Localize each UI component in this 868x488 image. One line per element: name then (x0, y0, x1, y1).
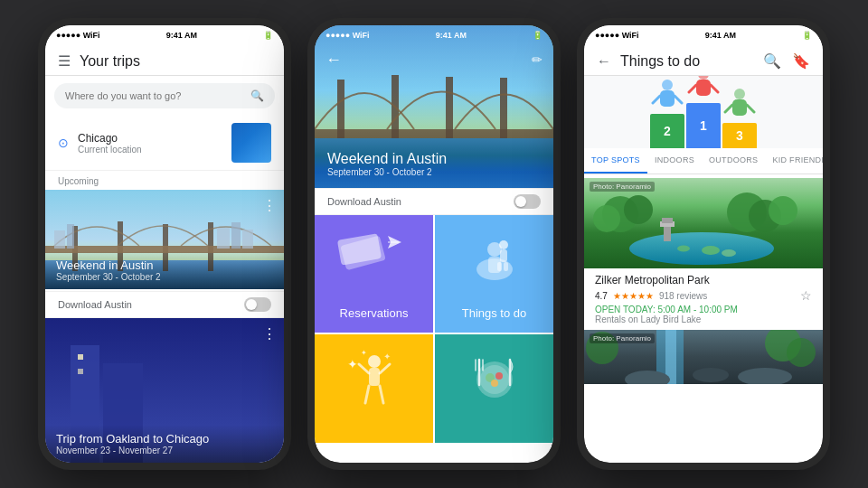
svg-rect-8 (67, 224, 74, 249)
ranking-visual: 2 1 (584, 76, 823, 148)
location-item[interactable]: ⊙ Chicago Current location (45, 116, 284, 171)
location-sub: Current location (78, 145, 222, 155)
search-icon-3[interactable]: 🔍 (763, 52, 781, 70)
svg-line-66 (711, 85, 718, 92)
svg-rect-23 (78, 369, 83, 374)
location-pin-icon: ⊙ (58, 136, 69, 150)
search-input[interactable] (65, 90, 243, 101)
yellow-card-illustration: ✦ ✦ ✦ (334, 342, 415, 414)
phone-2-screen: ●●●●● WiFi 9:41 AM 🔋 (315, 25, 553, 463)
location-name: Chicago (78, 132, 222, 145)
svg-text:✦: ✦ (383, 352, 391, 361)
filter-tab-top-spots[interactable]: TOP SPOTS (584, 148, 647, 174)
svg-point-58 (491, 380, 498, 387)
search-bar[interactable]: 🔍 (54, 83, 275, 108)
svg-text:✦: ✦ (361, 349, 367, 357)
svg-point-72 (629, 232, 774, 265)
page-title-1: Your trips (80, 53, 140, 70)
zilker-name: Zilker Metropolitan Park (595, 274, 710, 286)
open-hours: OPEN TODAY: 5:00 AM - 10:00 PM (595, 305, 812, 314)
svg-rect-9 (217, 228, 230, 249)
reservations-card[interactable]: Reservations (315, 215, 433, 333)
bookmark-icon[interactable]: 🔖 (792, 52, 810, 70)
status-bar-3: ●●●●● WiFi 9:41 AM 🔋 (584, 25, 823, 45)
person-3-svg (723, 87, 756, 123)
svg-point-89 (693, 368, 729, 382)
svg-point-57 (495, 372, 503, 380)
podium-person-3: 3 (722, 87, 757, 148)
trip-card-chicago[interactable]: Trip from Oakland to Chicago November 23… (45, 318, 284, 463)
food-illustration (454, 342, 535, 414)
status-time-2: 9:41 AM (436, 31, 467, 40)
svg-point-79 (702, 246, 720, 255)
food-card[interactable] (435, 334, 553, 443)
zilker-scene-svg (584, 178, 823, 268)
svg-line-61 (653, 96, 660, 103)
phone2-trip-title: Weekend in Austin (327, 151, 447, 167)
reservations-illustration (334, 222, 415, 295)
podium-container: 2 1 (602, 83, 805, 148)
download-toggle-2[interactable] (514, 194, 541, 209)
header-icons: 🔍 🔖 (763, 52, 810, 70)
svg-rect-68 (732, 99, 747, 116)
svg-rect-84 (662, 218, 673, 223)
phones-container: ●●●●● WiFi 9:41 AM 🔋 ☰ Your trips 🔍 ⊙ Ch… (38, 18, 830, 470)
edit-icon[interactable]: ✏ (532, 52, 542, 67)
trip-menu-icon-chicago[interactable]: ⋮ (262, 325, 277, 343)
favorite-icon[interactable]: ☆ (800, 288, 812, 303)
place-card-2[interactable]: Photo: Panoramio (584, 330, 823, 463)
svg-line-48 (380, 364, 390, 373)
svg-point-38 (499, 240, 508, 249)
zilker-name-row: Zilker Metropolitan Park (595, 274, 812, 286)
svg-text:✦: ✦ (347, 357, 358, 371)
svg-point-59 (662, 80, 673, 90)
svg-line-70 (747, 105, 754, 112)
things-to-do-illustration (454, 222, 535, 295)
svg-line-69 (725, 105, 732, 112)
cards-grid: Reservations Things to (315, 215, 553, 463)
phone2-trip-dates: September 30 - October 2 (327, 167, 447, 177)
phone-1-screen: ●●●●● WiFi 9:41 AM 🔋 ☰ Your trips 🔍 ⊙ Ch… (45, 25, 284, 463)
download-toggle[interactable] (244, 297, 271, 312)
status-time-3: 9:41 AM (705, 31, 736, 40)
yellow-card[interactable]: ✦ ✦ ✦ (315, 334, 433, 443)
star-rating: ★★★★★ (613, 291, 654, 301)
filter-tab-indoors[interactable]: INDOORS (647, 148, 702, 174)
svg-rect-40 (497, 262, 502, 271)
phone3-back-icon[interactable]: ← (597, 53, 611, 70)
back-arrow-icon[interactable]: ← (326, 51, 342, 70)
trip-title-austin: Weekend in Austin (56, 258, 273, 272)
status-bar-2: ●●●●● WiFi 9:41 AM 🔋 (315, 25, 553, 45)
rating-number: 4.7 (595, 291, 608, 301)
status-signal: ●●●●● WiFi (56, 31, 100, 40)
filter-tab-outdoors[interactable]: OUTDOORS (702, 148, 765, 174)
trip-dates-austin: September 30 - October 2 (56, 272, 273, 282)
podium-person-2: 2 (650, 78, 684, 148)
phone-3-screen: ●●●●● WiFi 9:41 AM 🔋 ← Things to do 🔍 🔖 (584, 25, 823, 463)
svg-line-47 (359, 364, 369, 373)
review-count: 918 reviews (659, 291, 707, 301)
podium-block-3: 3 (722, 123, 757, 148)
rental-info: Rentals on Lady Bird Lake (595, 314, 812, 324)
filter-tab-kid-friendly[interactable]: KID FRIENDLY (765, 148, 823, 174)
trip-card-austin[interactable]: Weekend in Austin September 30 - October… (45, 190, 284, 289)
menu-icon[interactable]: ☰ (58, 52, 71, 70)
phone-1: ●●●●● WiFi 9:41 AM 🔋 ☰ Your trips 🔍 ⊙ Ch… (38, 18, 291, 470)
download-row-2: Download Austin (315, 188, 553, 215)
location-text: Chicago Current location (78, 132, 222, 155)
status-time-1: 9:41 AM (166, 31, 197, 40)
trip-title-chicago: Trip from Oakland to Chicago (56, 432, 273, 446)
trip-menu-icon-austin[interactable]: ⋮ (262, 197, 277, 214)
reservations-label: Reservations (340, 306, 409, 320)
place-card-zilker[interactable]: Photo: Panoramio Zilker Metropolitan Par… (584, 178, 823, 330)
things-to-do-card-top[interactable]: Things to do (435, 215, 553, 333)
svg-rect-41 (504, 262, 508, 271)
svg-rect-10 (231, 222, 241, 249)
svg-point-45 (368, 355, 381, 368)
trip-dates-chicago: November 23 - November 27 (56, 446, 273, 455)
things-to-do-label: Things to do (462, 306, 527, 320)
svg-rect-46 (369, 368, 380, 386)
svg-line-65 (689, 85, 696, 92)
zilker-info: Zilker Metropolitan Park 4.7 ★★★★★ 918 r… (584, 268, 823, 330)
status-battery-2: 🔋 (533, 31, 542, 40)
